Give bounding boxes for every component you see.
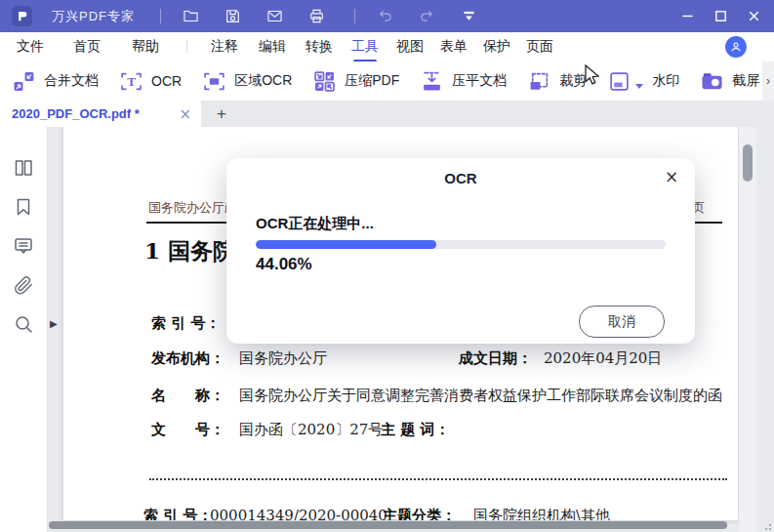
ocr-progress-fill (256, 240, 436, 249)
watermark-button[interactable]: 水印 (608, 70, 679, 93)
tab-close-icon[interactable]: × (179, 105, 191, 123)
print-icon[interactable] (304, 4, 329, 29)
menu-comment[interactable]: 注释 (211, 38, 238, 56)
resize-grip[interactable] (763, 522, 771, 530)
minimize-button[interactable] (671, 0, 704, 32)
menu-page[interactable]: 页面 (526, 38, 553, 56)
bookmarks-panel-icon[interactable] (13, 196, 34, 218)
vertical-scrollbar-thumb[interactable] (743, 144, 753, 182)
svg-text:T: T (127, 74, 136, 89)
field-label: 主 题 词： (381, 421, 449, 439)
ocr-button[interactable]: T OCR (120, 70, 182, 93)
menu-tools[interactable]: 工具 (351, 38, 379, 56)
field-label: 成文日期： (459, 349, 532, 368)
field-label: 名 称： (151, 387, 224, 405)
field-label: 索 引 号： (151, 314, 220, 333)
field-label: 索 引 号： (143, 507, 212, 520)
ocr-progress-dialog: OCR × OCR正在处理中... 44.06% 取消 (226, 158, 695, 344)
dialog-close-icon[interactable]: × (662, 167, 681, 186)
user-avatar[interactable] (725, 36, 747, 58)
tab-title: 2020_PDF_OCR.pdf * (12, 106, 179, 121)
tool-label: OCR (151, 73, 182, 89)
dialog-title: OCR (226, 170, 695, 186)
save-icon[interactable] (220, 4, 245, 29)
area-ocr-icon (203, 70, 225, 93)
close-button[interactable] (737, 0, 770, 32)
customize-toolbar-icon[interactable] (456, 4, 481, 29)
dotted-separator (149, 478, 727, 480)
thumbnails-panel-icon[interactable] (13, 157, 34, 179)
tool-label: 截屏 (732, 72, 759, 90)
tool-label: 水印 (652, 72, 679, 90)
ocr-progress-percent: 44.06% (256, 255, 312, 274)
ocr-progress-bar (256, 240, 666, 249)
app-title: 万兴PDF专家 (52, 8, 135, 25)
comments-panel-icon[interactable] (13, 235, 34, 257)
field-value: 国务院办公厅关于同意调整完善消费者权益保护工作部际联席会议制度的函 (239, 387, 722, 405)
field-label: 文 号： (151, 421, 224, 439)
tool-label: 压缩PDF (345, 72, 399, 90)
flatten-document-button[interactable]: 压平文档 (421, 70, 507, 93)
titlebar-divider (160, 9, 161, 23)
tool-label: 区域OCR (234, 72, 292, 90)
field-label: 发布机构： (151, 349, 224, 368)
menu-divider (186, 40, 187, 54)
cancel-button[interactable]: 取消 (579, 306, 665, 338)
search-panel-icon[interactable] (13, 313, 34, 335)
page-header-left: 国务院办公厅政 (148, 199, 237, 217)
overflow-chevron-icon: › (766, 74, 770, 88)
menu-help[interactable]: 帮助 (132, 38, 159, 56)
app-window: 万兴PDF专家 (0, 0, 774, 532)
document-tab-bar: 2020_PDF_OCR.pdf * × + (0, 101, 774, 127)
tool-label: 合并文档 (44, 72, 99, 90)
area-ocr-button[interactable]: 区域OCR (203, 70, 292, 93)
left-sidebar (0, 127, 48, 532)
tool-label: 压平文档 (452, 72, 507, 90)
cancel-button-label: 取消 (608, 313, 635, 331)
document-heading: 1 国务院 (144, 236, 235, 266)
compress-pdf-button[interactable]: 压缩PDF (313, 70, 399, 93)
compress-pdf-icon (313, 70, 336, 93)
title-bar: 万兴PDF专家 (0, 0, 774, 32)
tools-toolbar: 合并文档 T OCR 区域OCR (0, 61, 774, 102)
merge-documents-icon (13, 70, 35, 93)
field-value: 000014349/2020-00040 (210, 507, 387, 520)
document-tab[interactable]: 2020_PDF_OCR.pdf * × (0, 101, 201, 127)
horizontal-scrollbar-thumb[interactable] (49, 521, 727, 529)
menu-form[interactable]: 表单 (440, 38, 468, 56)
menu-view[interactable]: 视图 (396, 38, 424, 56)
screenshot-icon (701, 70, 723, 93)
field-value: 国办函〔2020〕27号 (239, 421, 383, 439)
crop-button[interactable]: 裁剪 (528, 70, 587, 93)
watermark-icon (608, 70, 631, 93)
ocr-status-text: OCR正在处理中... (256, 215, 374, 233)
field-label: 主题分类： (383, 507, 456, 520)
menu-protect[interactable]: 保护 (483, 38, 510, 56)
titlebar-divider (354, 9, 355, 23)
merge-documents-button[interactable]: 合并文档 (13, 70, 99, 93)
mouse-cursor (584, 64, 603, 88)
maximize-button[interactable] (704, 0, 737, 32)
toolbar-overflow-button[interactable]: › (762, 61, 774, 101)
ocr-icon: T (120, 70, 143, 93)
email-icon[interactable] (262, 4, 287, 29)
menu-home[interactable]: 首页 (73, 38, 101, 56)
field-value: 2020年04月20日 (544, 349, 662, 368)
open-folder-icon[interactable] (178, 4, 203, 29)
field-value: 国务院办公厅 (239, 349, 327, 368)
screenshot-button[interactable]: 截屏 (701, 70, 759, 93)
menu-bar: 文件 首页 帮助 注释 编辑 转换 工具 视图 表单 保护 页面 (0, 32, 774, 61)
menu-file[interactable]: 文件 (17, 38, 44, 56)
menu-edit[interactable]: 编辑 (259, 38, 286, 56)
panel-expand-icon[interactable]: ▶ (50, 318, 58, 329)
flatten-document-icon (421, 70, 443, 93)
chevron-down-icon[interactable] (635, 84, 643, 89)
app-logo-icon (12, 6, 32, 26)
redo-icon[interactable] (414, 4, 439, 29)
vertical-scrollbar[interactable] (739, 127, 756, 532)
menu-convert[interactable]: 转换 (306, 38, 333, 56)
attachments-panel-icon[interactable] (13, 274, 34, 296)
crop-icon (528, 70, 550, 93)
undo-icon[interactable] (372, 4, 397, 29)
new-tab-button[interactable]: + (209, 101, 234, 127)
